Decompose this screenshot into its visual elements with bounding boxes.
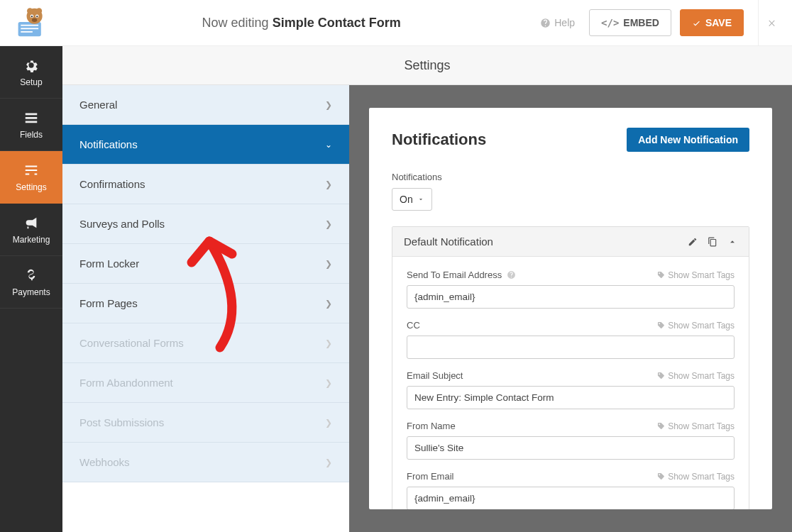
chevron-right-icon: ❯ bbox=[325, 299, 332, 309]
sidebar-item-payments[interactable]: Payments bbox=[0, 256, 62, 309]
tag-icon bbox=[657, 271, 665, 279]
svg-rect-2 bbox=[21, 28, 38, 29]
code-icon: </> bbox=[601, 17, 619, 28]
content-area: Notifications Add New Notification Notif… bbox=[349, 85, 792, 532]
settings-item-surveys[interactable]: Surveys and Polls❯ bbox=[62, 204, 349, 244]
chevron-down-icon bbox=[417, 196, 424, 203]
help-label: Help bbox=[554, 17, 575, 28]
sliders-icon bbox=[23, 162, 39, 178]
smart-tags-toggle[interactable]: Show Smart Tags bbox=[657, 421, 735, 431]
settings-item-label: Confirmations bbox=[79, 178, 145, 190]
subject-label: Email Subject bbox=[407, 370, 463, 381]
chevron-right-icon: ❯ bbox=[325, 338, 332, 348]
chevron-right-icon: ❯ bbox=[325, 259, 332, 269]
sidebar-label: Settings bbox=[16, 182, 46, 192]
gear-icon bbox=[23, 57, 39, 73]
settings-item-conversational[interactable]: Conversational Forms❯ bbox=[62, 323, 349, 363]
sub-panel-title: Settings bbox=[404, 58, 450, 73]
list-icon bbox=[23, 110, 39, 126]
edit-icon[interactable] bbox=[688, 237, 698, 247]
chevron-right-icon: ❯ bbox=[325, 458, 332, 467]
settings-item-general[interactable]: General❯ bbox=[62, 85, 349, 125]
close-button[interactable] bbox=[758, 0, 785, 46]
svg-rect-3 bbox=[21, 31, 33, 33]
save-label: SAVE bbox=[705, 17, 732, 28]
editing-title: Now editing Simple Contact Form bbox=[62, 16, 540, 31]
send-to-label: Send To Email Address bbox=[407, 270, 516, 280]
settings-item-webhooks[interactable]: Webhooks❯ bbox=[62, 443, 349, 482]
smart-tags-toggle[interactable]: Show Smart Tags bbox=[657, 321, 735, 331]
svg-point-5 bbox=[27, 8, 33, 13]
from-email-label: From Email bbox=[407, 471, 453, 482]
settings-list: General❯ Notifications⌄ Confirmations❯ S… bbox=[62, 85, 349, 532]
from-email-input[interactable] bbox=[407, 487, 735, 509]
chevron-right-icon: ❯ bbox=[325, 219, 332, 229]
settings-item-label: Conversational Forms bbox=[79, 337, 184, 349]
help-icon[interactable] bbox=[507, 270, 516, 279]
sidebar-item-setup[interactable]: Setup bbox=[0, 46, 62, 99]
settings-item-label: Form Locker bbox=[79, 257, 139, 270]
tag-icon bbox=[657, 321, 665, 329]
top-actions: Help </> EMBED SAVE bbox=[540, 0, 792, 46]
send-to-input[interactable] bbox=[407, 285, 735, 309]
tag-icon bbox=[657, 422, 665, 430]
check-icon bbox=[692, 18, 701, 28]
chevron-right-icon: ❯ bbox=[325, 378, 332, 388]
toggle-label: Notifications bbox=[392, 172, 749, 182]
chevron-down-icon: ⌄ bbox=[325, 140, 332, 150]
sidebar-item-marketing[interactable]: Marketing bbox=[0, 204, 62, 256]
copy-icon[interactable] bbox=[708, 237, 717, 247]
notifications-toggle[interactable]: On bbox=[392, 188, 432, 211]
settings-item-label: Surveys and Polls bbox=[79, 218, 165, 230]
sidebar-label: Marketing bbox=[13, 235, 50, 245]
embed-label: EMBED bbox=[623, 17, 659, 28]
svg-point-9 bbox=[31, 16, 33, 17]
chevron-up-icon[interactable] bbox=[727, 237, 737, 247]
svg-point-10 bbox=[36, 16, 38, 17]
toggle-value: On bbox=[400, 194, 413, 205]
tag-icon bbox=[657, 472, 665, 480]
settings-item-label: Webhooks bbox=[79, 456, 130, 468]
settings-item-notifications[interactable]: Notifications⌄ bbox=[62, 125, 349, 165]
main-sidebar: Setup Fields Settings Marketing Payments bbox=[0, 46, 62, 532]
sidebar-label: Fields bbox=[20, 130, 43, 140]
close-icon bbox=[767, 16, 776, 29]
save-button[interactable]: SAVE bbox=[680, 9, 744, 36]
tag-icon bbox=[657, 372, 665, 379]
form-name: Simple Contact Form bbox=[273, 16, 401, 30]
megaphone-icon bbox=[23, 215, 39, 231]
settings-sub-panel: General❯ Notifications⌄ Confirmations❯ S… bbox=[62, 46, 349, 532]
dollar-icon bbox=[23, 267, 39, 283]
notifications-card: Notifications Add New Notification Notif… bbox=[369, 108, 772, 509]
chevron-right-icon: ❯ bbox=[325, 100, 332, 110]
add-notification-button[interactable]: Add New Notification bbox=[627, 128, 749, 152]
settings-item-label: Post Submissions bbox=[79, 416, 164, 428]
cc-label: CC bbox=[407, 320, 420, 331]
smart-tags-toggle[interactable]: Show Smart Tags bbox=[657, 270, 735, 280]
subject-input[interactable] bbox=[407, 386, 735, 409]
embed-button[interactable]: </> EMBED bbox=[589, 9, 671, 36]
chevron-right-icon: ❯ bbox=[325, 179, 332, 189]
notification-header: Default Notification bbox=[392, 227, 749, 257]
settings-item-form-pages[interactable]: Form Pages❯ bbox=[62, 284, 349, 323]
settings-header: Settings bbox=[62, 46, 792, 85]
help-link[interactable]: Help bbox=[540, 17, 575, 28]
settings-item-abandonment[interactable]: Form Abandonment❯ bbox=[62, 363, 349, 403]
settings-item-label: Notifications bbox=[79, 138, 138, 150]
settings-item-label: Form Pages bbox=[79, 297, 138, 309]
svg-point-6 bbox=[36, 8, 42, 13]
settings-item-form-locker[interactable]: Form Locker❯ bbox=[62, 244, 349, 284]
notification-block: Default Notification Send To Email Addre… bbox=[392, 226, 749, 509]
smart-tags-toggle[interactable]: Show Smart Tags bbox=[657, 472, 735, 482]
notification-body: Send To Email Address Show Smart Tags CC… bbox=[392, 257, 749, 509]
page-title: Notifications bbox=[392, 131, 486, 149]
sidebar-item-fields[interactable]: Fields bbox=[0, 99, 62, 151]
sidebar-item-settings[interactable]: Settings bbox=[0, 151, 62, 204]
cc-input[interactable] bbox=[407, 336, 735, 359]
smart-tags-toggle[interactable]: Show Smart Tags bbox=[657, 371, 735, 381]
from-name-label: From Name bbox=[407, 421, 456, 431]
from-name-input[interactable] bbox=[407, 436, 735, 460]
settings-item-post-submissions[interactable]: Post Submissions❯ bbox=[62, 403, 349, 443]
editing-prefix: Now editing bbox=[202, 16, 273, 30]
settings-item-confirmations[interactable]: Confirmations❯ bbox=[62, 165, 349, 204]
